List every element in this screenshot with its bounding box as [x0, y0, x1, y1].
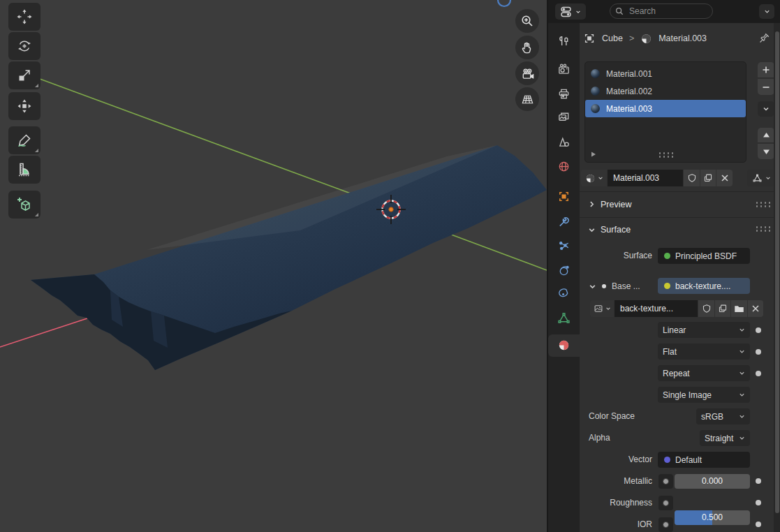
measure-tool-button[interactable]	[8, 156, 41, 184]
pin-button[interactable]	[758, 32, 770, 44]
search-input[interactable]	[628, 6, 698, 17]
material-slot-row-selected[interactable]: Material.003	[585, 100, 746, 117]
browse-material-button[interactable]	[581, 170, 607, 186]
tool-options-indicator	[35, 213, 38, 216]
scene-icon	[557, 135, 571, 149]
rotate-tool-button[interactable]	[8, 32, 41, 60]
base-color-link-button[interactable]: back-texture....	[658, 278, 750, 294]
chevron-down-icon	[739, 370, 745, 376]
material-name-field[interactable]: Material.003	[608, 170, 683, 186]
annotate-tool-button[interactable]	[8, 126, 41, 154]
metallic-socket[interactable]	[658, 474, 673, 489]
panel-drag-grip[interactable]	[755, 226, 771, 232]
roughness-socket[interactable]	[658, 496, 673, 510]
interpolation-dropdown[interactable]: Linear	[658, 322, 750, 338]
transform-tool-button[interactable]	[8, 92, 41, 120]
ior-socket[interactable]	[658, 517, 673, 532]
properties-scrollbar[interactable]	[774, 23, 780, 532]
color-space-dropdown[interactable]: sRGB	[696, 408, 750, 424]
image-icon	[594, 304, 603, 313]
roughness-slider[interactable]: 0.500	[675, 510, 750, 525]
slab-top-surface[interactable]	[31, 145, 547, 370]
source-dropdown[interactable]: Single Image	[658, 387, 750, 403]
new-image-button[interactable]	[715, 300, 730, 317]
image-socket-dot	[664, 283, 670, 289]
fake-user-button[interactable]	[684, 170, 700, 186]
remove-material-slot-button[interactable]	[758, 79, 774, 95]
tab-object[interactable]	[557, 189, 571, 204]
tab-scene[interactable]	[557, 135, 571, 149]
new-material-button[interactable]	[700, 170, 716, 186]
browse-image-button[interactable]	[590, 300, 614, 317]
tab-output[interactable]	[557, 87, 571, 101]
list-resize-grip[interactable]	[658, 152, 674, 158]
header-overflow-button[interactable]	[759, 4, 774, 19]
alpha-dropdown[interactable]: Straight	[700, 430, 750, 446]
move-slot-up-button[interactable]	[758, 128, 774, 143]
modifiers-wrench-icon	[557, 215, 571, 228]
color-space-label: Color Space	[589, 408, 635, 424]
add-cube-icon	[15, 195, 34, 214]
projection-dropdown[interactable]: Flat	[658, 343, 750, 360]
zoom-view-button[interactable]	[515, 9, 539, 33]
preview-panel-header[interactable]: Preview	[580, 192, 775, 216]
tab-material[interactable]	[557, 338, 571, 353]
minus-icon	[762, 83, 770, 91]
animate-decorator-dot[interactable]	[756, 371, 761, 376]
3d-viewport[interactable]	[0, 0, 547, 532]
tab-particles[interactable]	[557, 239, 571, 253]
animate-decorator-dot[interactable]	[756, 327, 761, 333]
unlink-image-button[interactable]	[748, 300, 763, 317]
list-filter-expand-icon[interactable]	[590, 151, 597, 158]
breadcrumb-material[interactable]: Material.003	[658, 34, 707, 43]
surface-panel-header[interactable]: Surface	[580, 218, 775, 242]
add-cube-tool-button[interactable]	[8, 191, 41, 219]
tab-modifiers[interactable]	[557, 214, 571, 229]
panel-drag-grip[interactable]	[755, 201, 771, 207]
unlink-material-button[interactable]	[716, 170, 733, 186]
image-fake-user-button[interactable]	[698, 300, 714, 317]
tab-view-layer[interactable]	[557, 110, 571, 124]
vector-label: Vector	[580, 452, 652, 468]
tab-world[interactable]	[557, 159, 571, 174]
editor-type-selector[interactable]	[555, 3, 586, 20]
tab-physics[interactable]	[557, 263, 571, 278]
tab-constraints[interactable]	[557, 286, 571, 301]
scrollbar-thumb[interactable]	[775, 31, 779, 513]
material-specials-menu-button[interactable]	[758, 101, 774, 117]
pan-view-button[interactable]	[515, 36, 539, 59]
animate-decorator-dot[interactable]	[756, 349, 761, 355]
link-material-target-dropdown[interactable]	[747, 170, 775, 186]
tab-render[interactable]	[557, 62, 571, 77]
base-color-expand-row[interactable]: Base ...	[589, 278, 640, 295]
material-slot-row[interactable]: Material.001	[585, 65, 746, 82]
animate-decorator-dot[interactable]	[756, 522, 761, 527]
animate-decorator-dot[interactable]	[756, 500, 761, 505]
material-sphere-icon	[640, 33, 652, 45]
chevron-down-icon	[575, 9, 581, 15]
move-slot-down-button[interactable]	[758, 144, 774, 159]
camera-view-button[interactable]	[515, 61, 539, 85]
animate-decorator-dot[interactable]	[756, 478, 761, 484]
image-name-field[interactable]: back-texture...	[615, 300, 698, 317]
metallic-slider[interactable]: 0.000	[675, 474, 750, 489]
move-tool-button[interactable]	[8, 3, 41, 31]
source-value: Single Image	[663, 390, 712, 400]
tab-tool[interactable]	[557, 33, 571, 47]
add-material-slot-button[interactable]	[758, 62, 774, 78]
base-color-value: back-texture....	[675, 281, 730, 291]
scale-tool-button[interactable]	[8, 61, 41, 89]
search-box[interactable]	[610, 3, 713, 19]
open-image-button[interactable]	[731, 300, 747, 317]
viewport-scene	[0, 0, 547, 532]
orthographic-toggle-button[interactable]	[515, 87, 539, 111]
tab-object-data[interactable]	[557, 311, 571, 325]
material-slot-row[interactable]: Material.002	[585, 82, 746, 100]
navigation-gizmo-axis[interactable]	[498, 0, 510, 6]
vector-input-button[interactable]: Default	[658, 452, 750, 468]
extension-dropdown[interactable]: Repeat	[658, 365, 750, 381]
breadcrumb-object[interactable]: Cube	[602, 34, 623, 43]
properties-tab-strip	[548, 23, 580, 532]
properties-header	[548, 0, 780, 23]
surface-shader-button[interactable]: Principled BSDF	[658, 248, 750, 264]
